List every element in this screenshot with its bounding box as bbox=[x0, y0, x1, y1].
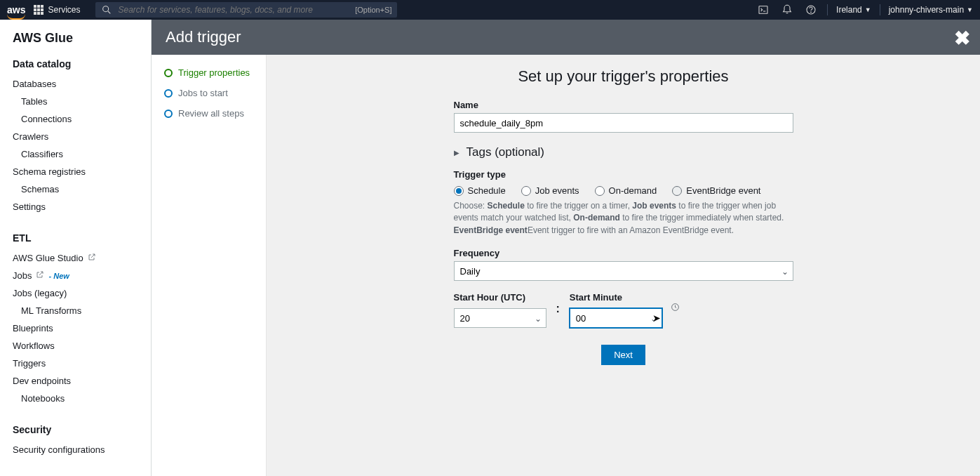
frequency-value: Daily bbox=[460, 266, 481, 277]
radio-label: EventBridge event bbox=[686, 185, 760, 196]
name-label: Name bbox=[454, 100, 793, 110]
user-label: johnny-chivers-main bbox=[889, 5, 964, 15]
sidebar-item[interactable]: Schema registries bbox=[13, 163, 138, 180]
sidebar-item-label: Settings bbox=[13, 201, 46, 212]
sidebar-item[interactable]: Dev endpoints bbox=[13, 372, 138, 390]
svg-rect-2 bbox=[759, 6, 767, 14]
step-label: Trigger properties bbox=[178, 67, 250, 78]
sidebar-item-label: Triggers bbox=[13, 358, 46, 369]
page-title: Set up your trigger's properties bbox=[406, 67, 841, 86]
clock-icon bbox=[671, 302, 680, 315]
sidebar-item[interactable]: Security configurations bbox=[13, 441, 138, 458]
radio-icon bbox=[454, 186, 464, 196]
region-label: Ireland bbox=[836, 5, 862, 15]
sidebar-item[interactable]: Connections bbox=[13, 110, 138, 128]
new-badge: - New bbox=[48, 272, 69, 280]
frequency-label: Frequency bbox=[454, 248, 793, 258]
sidebar-item[interactable]: AWS Glue Studio bbox=[13, 249, 138, 267]
sidebar-item[interactable]: Schemas bbox=[13, 180, 138, 198]
top-nav-bar: aws Services [Option+S] Ireland ▼ johnny… bbox=[0, 0, 980, 20]
services-menu-button[interactable]: Services bbox=[34, 5, 80, 15]
radio-icon bbox=[672, 186, 682, 196]
step-ring-icon bbox=[164, 110, 173, 118]
sidebar-item[interactable]: Triggers bbox=[13, 355, 138, 372]
sidebar-item-label: Tables bbox=[21, 96, 48, 107]
svg-line-1 bbox=[108, 11, 110, 13]
start-hour-value: 20 bbox=[460, 313, 470, 324]
sidebar-item[interactable]: Databases bbox=[13, 75, 138, 93]
chevron-down-icon: ▼ bbox=[865, 6, 871, 13]
panel-header: Add trigger ✖ bbox=[152, 20, 980, 55]
trigger-type-option[interactable]: EventBridge event bbox=[672, 185, 760, 196]
sidebar-item[interactable]: Notebooks bbox=[13, 390, 138, 407]
trigger-type-description: Choose: Schedule to fire the trigger on … bbox=[454, 200, 793, 237]
chevron-down-icon: ⌄ bbox=[650, 314, 657, 324]
radio-label: Schedule bbox=[468, 185, 506, 196]
search-input[interactable] bbox=[118, 5, 349, 15]
start-hour-select[interactable]: 20 ⌄ bbox=[454, 308, 546, 328]
step-ring-icon bbox=[164, 69, 173, 77]
sidebar-item[interactable]: Workflows bbox=[13, 337, 138, 355]
svg-point-6 bbox=[811, 12, 812, 13]
frequency-select[interactable]: Daily ⌄ bbox=[454, 261, 793, 281]
sidebar-item[interactable]: Classifiers bbox=[13, 145, 138, 163]
next-button[interactable]: Next bbox=[601, 345, 645, 365]
time-colon: : bbox=[556, 303, 560, 315]
chevron-down-icon: ⌄ bbox=[535, 314, 542, 324]
search-bar[interactable]: [Option+S] bbox=[95, 2, 397, 18]
wizard-step[interactable]: Jobs to start bbox=[164, 88, 259, 98]
start-minute-label: Start Minute bbox=[570, 292, 662, 303]
notifications-icon[interactable] bbox=[779, 2, 795, 18]
main-panel: Set up your trigger's properties Name ▶ … bbox=[267, 55, 980, 476]
cloudshell-icon[interactable] bbox=[756, 2, 771, 18]
sidebar-item[interactable]: Settings bbox=[13, 198, 138, 216]
caret-right-icon: ▶ bbox=[454, 149, 459, 157]
external-link-icon bbox=[88, 253, 96, 263]
trigger-type-option[interactable]: Schedule bbox=[454, 185, 506, 196]
sidebar-item-label: Workflows bbox=[13, 341, 55, 351]
sidebar-item-label: ML Transforms bbox=[21, 305, 81, 316]
wizard-step[interactable]: Trigger properties bbox=[164, 67, 259, 78]
sidebar-item-label: AWS Glue Studio bbox=[13, 253, 83, 263]
help-icon[interactable] bbox=[803, 2, 819, 18]
trigger-name-input[interactable] bbox=[454, 113, 793, 133]
start-hour-label: Start Hour (UTC) bbox=[454, 292, 546, 303]
radio-icon bbox=[595, 186, 605, 196]
sidebar-item[interactable]: Jobs- New bbox=[13, 267, 138, 284]
sidebar-item[interactable]: Jobs (legacy) bbox=[13, 284, 138, 302]
trigger-type-option[interactable]: Job events bbox=[521, 185, 579, 196]
sidebar-item-label: Classifiers bbox=[21, 149, 63, 159]
start-minute-select[interactable]: 00 ⌄ bbox=[570, 308, 662, 328]
sidebar-item[interactable]: Crawlers bbox=[13, 128, 138, 145]
sidebar: AWS Glue Data catalogDatabasesTablesConn… bbox=[0, 20, 152, 476]
radio-label: On-demand bbox=[609, 185, 657, 196]
search-icon bbox=[101, 4, 112, 15]
region-selector[interactable]: Ireland ▼ bbox=[836, 5, 871, 15]
sidebar-item-label: Databases bbox=[13, 79, 56, 89]
external-link-icon bbox=[36, 270, 44, 281]
trigger-type-label: Trigger type bbox=[454, 169, 793, 180]
step-ring-icon bbox=[164, 89, 173, 98]
sidebar-item-label: Schema registries bbox=[13, 166, 86, 177]
sidebar-item-label: Blueprints bbox=[13, 323, 53, 333]
wizard-step[interactable]: Review all steps bbox=[164, 108, 259, 119]
sidebar-item[interactable]: Tables bbox=[13, 93, 138, 110]
step-label: Review all steps bbox=[178, 108, 244, 119]
sidebar-item-label: Security configurations bbox=[13, 444, 105, 455]
sidebar-item-label: Jobs (legacy) bbox=[13, 288, 67, 298]
trigger-type-radiogroup: ScheduleJob eventsOn-demandEventBridge e… bbox=[454, 185, 793, 196]
sidebar-item-label: Jobs bbox=[13, 270, 32, 281]
trigger-type-option[interactable]: On-demand bbox=[595, 185, 657, 196]
sidebar-item-label: Notebooks bbox=[21, 393, 65, 404]
service-title: AWS Glue bbox=[13, 31, 138, 46]
sidebar-item[interactable]: Blueprints bbox=[13, 319, 138, 337]
chevron-down-icon: ⌄ bbox=[781, 267, 788, 277]
sidebar-item-label: Connections bbox=[21, 114, 72, 124]
tags-expander[interactable]: ▶ Tags (optional) bbox=[454, 145, 793, 159]
chevron-down-icon: ▼ bbox=[967, 6, 973, 13]
sidebar-item[interactable]: ML Transforms bbox=[13, 302, 138, 319]
user-menu[interactable]: johnny-chivers-main ▼ bbox=[889, 5, 973, 15]
tags-label: Tags (optional) bbox=[466, 145, 545, 159]
aws-logo[interactable]: aws bbox=[7, 4, 25, 15]
close-icon[interactable]: ✖ bbox=[954, 27, 970, 50]
